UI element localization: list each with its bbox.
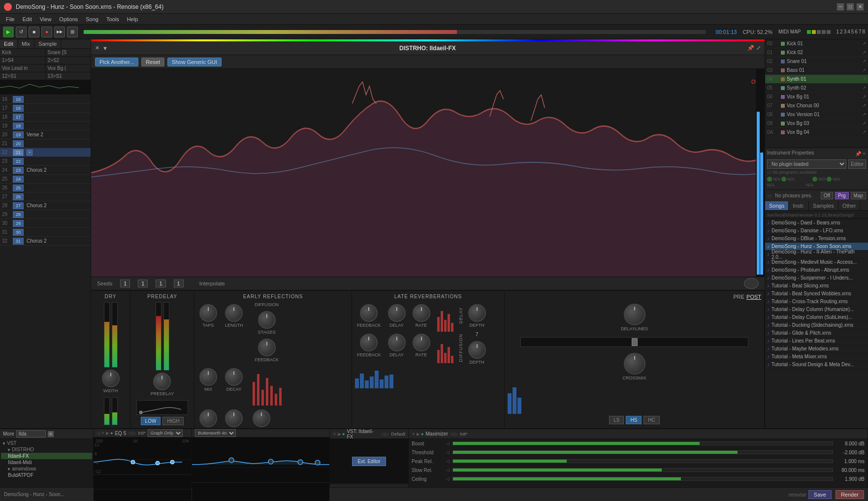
eq-prev[interactable]: ◁ bbox=[96, 431, 100, 436]
early-depth-knob[interactable] bbox=[253, 409, 270, 427]
late-delay-knob-2[interactable] bbox=[388, 334, 406, 351]
pattern-row-19[interactable]: 19 18 bbox=[0, 122, 91, 130]
vst-group-distrho[interactable]: DISTRHO bbox=[1, 446, 92, 453]
pat-4[interactable]: 4 bbox=[847, 29, 850, 34]
stop-button[interactable]: ■ bbox=[29, 27, 39, 37]
vst-fx-x[interactable]: ✕ bbox=[333, 432, 337, 437]
fx-collapse-btn[interactable]: ▼ bbox=[102, 45, 108, 51]
taps-knob[interactable] bbox=[199, 304, 217, 322]
close-button[interactable]: ✕ bbox=[856, 3, 864, 11]
vst-item-iildaeil-fx[interactable]: IIdaeil-FX bbox=[1, 453, 92, 459]
pattern-row-30[interactable]: 30 29 bbox=[0, 219, 91, 228]
max-x[interactable]: ✕ bbox=[412, 432, 416, 437]
menu-edit[interactable]: Edit bbox=[19, 15, 36, 23]
pat-3[interactable]: 3 bbox=[844, 29, 847, 34]
ext-editor-button[interactable]: Ext. Editor bbox=[352, 457, 386, 466]
no-plugin-select[interactable]: No plugin loaded bbox=[767, 159, 846, 169]
pick-another-button[interactable]: Pick Another... bbox=[95, 58, 138, 66]
fx-close-btn[interactable]: ✕ bbox=[95, 45, 99, 51]
song-medievil[interactable]: ♪ DemoSong - Medievil Music - Access... bbox=[765, 258, 868, 266]
render-button[interactable]: Render bbox=[836, 490, 864, 499]
pattern-row-24[interactable]: 24 23 Chorus 2 bbox=[0, 166, 91, 175]
vst-fx-t2[interactable]: ▷ bbox=[386, 432, 389, 437]
play-button[interactable]: ▶ bbox=[3, 27, 14, 37]
maximize-button[interactable]: □ bbox=[846, 3, 854, 11]
vst-item-buldatpdf[interactable]: BuldATPDF bbox=[1, 472, 92, 478]
song-beat-slicing[interactable]: ♪ Tutorial - Beat Slicing.xrns bbox=[765, 282, 868, 290]
tab-other[interactable]: Other bbox=[838, 201, 861, 210]
seed-value-1[interactable]: 1 bbox=[120, 280, 130, 287]
crossmix-knob[interactable] bbox=[624, 353, 645, 375]
song-beat-synced[interactable]: ♪ Tutorial - Beat Synced Wobbles.xrns bbox=[765, 290, 868, 298]
tab-songs[interactable]: Songs bbox=[765, 201, 789, 210]
track-snare01[interactable]: 02 Snare 01 ↗ bbox=[765, 57, 868, 66]
inst-close-btn[interactable]: ✕ bbox=[862, 151, 866, 157]
track-voxbg01[interactable]: 06 Vox Bg 01 ↗ bbox=[765, 93, 868, 101]
early-rate-knob[interactable] bbox=[225, 409, 243, 427]
song-delay-sublines[interactable]: ♪ Tutorial - Delay Column (SubLines)... bbox=[765, 313, 868, 321]
track-kick02[interactable]: 01 Kick 02 ↗ bbox=[765, 48, 868, 57]
eq-display-mode-select[interactable]: Graph Only bbox=[148, 429, 183, 437]
eq-close[interactable]: ✕ bbox=[101, 431, 105, 436]
delaylines-knob[interactable] bbox=[624, 304, 645, 325]
tab-mix[interactable]: Mix bbox=[18, 39, 34, 48]
slow-arrow[interactable]: ◁ bbox=[446, 468, 450, 472]
track-voxbg04[interactable]: 0A Vox Bg 04 ↗ bbox=[765, 128, 868, 137]
length-knob[interactable] bbox=[225, 304, 243, 322]
pat-2[interactable]: 2 bbox=[840, 29, 843, 34]
eq-t2[interactable]: ▷ bbox=[132, 431, 136, 436]
seed-value-2[interactable]: 1 bbox=[138, 280, 148, 287]
track-voxver01[interactable]: 08 Vox Version 01 ↗ bbox=[765, 110, 868, 119]
song-phobium[interactable]: ♪ DemoSong - Phobium - Abrupt.xrns bbox=[765, 266, 868, 274]
pattern-add[interactable]: + bbox=[27, 150, 32, 156]
pattern-row-27[interactable]: 27 26 bbox=[0, 192, 91, 201]
vst-close-btn[interactable]: ✕ bbox=[48, 431, 54, 437]
tab-samples[interactable]: Samples bbox=[809, 201, 838, 210]
butterworth-select[interactable]: Butterworth 4n bbox=[195, 429, 236, 437]
song-daed[interactable]: ♪ DemoSong - Daed - Bears.xrns bbox=[765, 219, 868, 227]
pattern-row-20[interactable]: 20 19 Verse 2 bbox=[0, 130, 91, 139]
late-rate-knob-2[interactable] bbox=[413, 334, 430, 351]
pat-1[interactable]: 1 bbox=[836, 29, 839, 34]
vst-fx-scrollbar[interactable] bbox=[330, 483, 408, 487]
interpolate-knob[interactable] bbox=[744, 278, 759, 289]
pattern-row-21[interactable]: 21 20 bbox=[0, 139, 91, 148]
early-delay-knob[interactable] bbox=[199, 409, 217, 427]
predelay-knob[interactable] bbox=[153, 373, 171, 390]
song-maybe-melodies[interactable]: ♪ Tutorial - Maybe Melodies.xrns bbox=[765, 345, 868, 353]
pattern-row-32[interactable]: 32 31 Chorus 2 bbox=[0, 237, 91, 246]
rewind-button[interactable]: ↺ bbox=[16, 27, 27, 37]
song-meta-mixer[interactable]: ♪ Tutorial - Meta Mixer.xrns bbox=[765, 353, 868, 361]
ceiling-arrow[interactable]: ◁ bbox=[446, 476, 450, 481]
max-play[interactable]: ▶ bbox=[417, 432, 420, 437]
vst-group-vst[interactable]: VST bbox=[1, 440, 92, 446]
song-glide[interactable]: ♪ Tutorial - Glide & Pitch.xrns bbox=[765, 329, 868, 337]
vst-group-airwindows[interactable]: airwindows bbox=[1, 466, 92, 472]
editor-button[interactable]: Editor bbox=[848, 159, 866, 169]
post-eq-handle[interactable] bbox=[632, 338, 638, 346]
pat-7[interactable]: 7 bbox=[859, 29, 862, 34]
pattern-row-31[interactable]: 31 30 bbox=[0, 228, 91, 237]
ls-button[interactable]: LS bbox=[609, 416, 624, 424]
track-kick01[interactable]: 00 Kick 01 ↗ bbox=[765, 39, 868, 48]
late-delay-knob[interactable] bbox=[388, 304, 406, 322]
diffusion-feedback-knob[interactable] bbox=[258, 339, 276, 356]
menu-help[interactable]: Help bbox=[123, 15, 142, 23]
width-knob[interactable] bbox=[102, 370, 120, 387]
song-it-alien[interactable]: ♪ DemoSong - Hunz - It-Alien - ThePath 2… bbox=[765, 250, 868, 258]
track-synth02[interactable]: 05 Synth 02 ↗ bbox=[765, 84, 868, 93]
inst-pin-btn[interactable]: 📌 bbox=[855, 151, 861, 157]
late-rate-knob[interactable] bbox=[413, 304, 430, 322]
high-button[interactable]: HIGH bbox=[162, 417, 184, 425]
pattern-row-25[interactable]: 25 24 bbox=[0, 175, 91, 184]
minimize-button[interactable]: ─ bbox=[836, 3, 844, 11]
fx-pin-btn[interactable]: 📌 bbox=[747, 45, 754, 51]
song-sound-design[interactable]: ♪ Tutorial - Sound Design & Meta Dev... bbox=[765, 361, 868, 369]
menu-song[interactable]: Song bbox=[82, 15, 102, 23]
tab-sample[interactable]: Sample bbox=[34, 39, 61, 48]
prg-button[interactable]: Prg bbox=[835, 192, 849, 199]
eq-t1[interactable]: ◁ bbox=[128, 431, 131, 436]
threshold-arrow[interactable]: ◁ bbox=[446, 450, 450, 455]
eq-play[interactable]: ▶ bbox=[106, 431, 109, 436]
decay-knob[interactable] bbox=[225, 368, 243, 386]
